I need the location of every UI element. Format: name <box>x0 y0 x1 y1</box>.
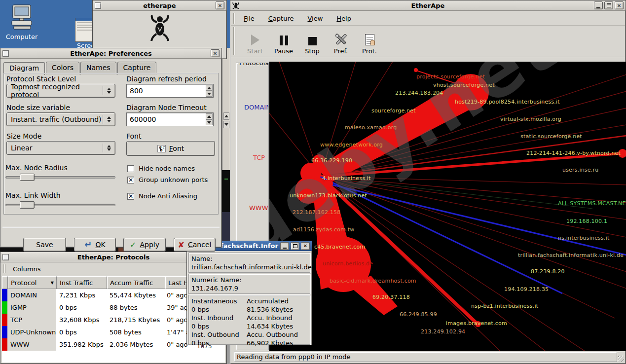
node-label[interactable]: ad1156.zydas.com.tw <box>293 226 355 233</box>
node-size-variable-select[interactable]: Instant. traffic (Outbound) <box>6 112 115 126</box>
name-label: Name: <box>191 255 307 263</box>
color-column-header[interactable] <box>2 276 8 289</box>
node-label[interactable]: 66.249.85.99 <box>400 311 437 318</box>
node-label[interactable]: 212.187.162.158 <box>293 209 340 216</box>
spin-up-icon[interactable] <box>206 85 213 91</box>
start-icon <box>251 35 259 45</box>
preferences-button[interactable]: Pref. <box>328 27 354 57</box>
refresh-period-input[interactable]: 800 <box>126 84 214 98</box>
protocol-name: TCP <box>7 314 56 326</box>
ape-window-icon <box>232 2 239 9</box>
node-label[interactable]: www.edgenetwork.org <box>320 142 383 148</box>
node-label[interactable]: c45.bravenet.com <box>314 244 365 250</box>
accum-traffic-value: 2,036 Mbytes <box>107 338 165 351</box>
node-label[interactable]: nsp-bz1.interbusiness.it <box>471 303 538 309</box>
node-label[interactable]: 213.249.102.94 <box>421 328 465 335</box>
node-timeout-input[interactable]: 600000 <box>126 112 214 126</box>
size-mode-select[interactable]: Linear <box>6 141 115 155</box>
hide-node-names-checkbox[interactable] <box>127 165 134 172</box>
font-button[interactable]: acb Font <box>126 141 215 156</box>
node-label[interactable]: ALL-SYSTEMS.MCAST.NET <box>558 200 626 207</box>
screenshot-thumbnail[interactable] <box>75 18 94 42</box>
name-value: trillian.fachschaft.informatik.uni-kl.de <box>191 263 307 271</box>
node-label[interactable]: 69.20.37.118 <box>372 294 410 300</box>
node-label[interactable]: 4.interbusiness.it <box>322 175 371 182</box>
spin-down-icon[interactable] <box>206 119 213 125</box>
protocol-stack-level-select[interactable]: Topmost recognized protocol <box>6 84 115 98</box>
node-label[interactable]: unknown173.blacklotus.net <box>290 192 367 199</box>
slider-handle[interactable] <box>20 174 35 181</box>
max-link-width-slider[interactable] <box>5 204 115 206</box>
chevron-updown-icon <box>103 115 111 124</box>
main-titlebar[interactable]: EtherApe ✕ <box>230 0 626 11</box>
pause-button[interactable]: Pause <box>270 27 297 57</box>
node-anti-aliasing-checkbox[interactable]: ✕ <box>127 193 134 200</box>
preferences-dialog: EtherApe: Preferences ✕ Diagram Colors N… <box>0 48 222 248</box>
menubar-grip[interactable] <box>233 13 235 24</box>
node-label[interactable]: virtual-sfx.mozilla.org <box>500 116 561 122</box>
menu-file[interactable]: File <box>244 15 255 22</box>
inst-traffic-value: 0 bps <box>56 326 107 338</box>
spin-up-icon[interactable] <box>206 113 213 119</box>
menu-columns[interactable]: Columns <box>13 265 41 273</box>
maximize-icon[interactable] <box>291 242 299 250</box>
node-anti-aliasing-option[interactable]: ✕ Node Anti Aliasing <box>127 192 197 200</box>
preferences-titlebar[interactable]: EtherApe: Preferences ✕ <box>0 48 221 59</box>
max-node-radius-slider[interactable] <box>5 176 115 179</box>
node-label[interactable]: unicorn.berlios.de <box>323 260 373 267</box>
node-label[interactable]: ns.interbusiness.it <box>558 235 609 241</box>
close-icon[interactable]: ✕ <box>216 1 224 9</box>
menu-capture[interactable]: Capture <box>268 15 294 22</box>
column-accum-traffic[interactable]: Accum Traffic <box>107 276 165 289</box>
node-label[interactable]: 192.168.100.1 <box>566 218 607 224</box>
mini-window-titlebar[interactable]: etherape ✕ <box>93 0 226 11</box>
group-unknown-ports-checkbox[interactable]: ✕ <box>127 177 134 183</box>
start-button[interactable]: Start <box>242 27 268 57</box>
stop-button[interactable]: Stop <box>299 27 326 57</box>
node-label[interactable]: sourceforge.net <box>371 108 416 114</box>
node-label[interactable]: static.sourceforge.net <box>520 133 582 140</box>
slider-handle[interactable] <box>20 201 35 209</box>
node-label[interactable]: images.bravenet.com <box>446 320 507 327</box>
desktop-icon-computer[interactable]: Computer <box>4 4 39 40</box>
column-inst-traffic[interactable]: Inst Traffic <box>57 276 107 289</box>
node-label[interactable]: maleso.xamad.org <box>345 124 397 131</box>
node-label[interactable]: 213.244.183.204 <box>395 90 443 96</box>
node-label[interactable]: projects.sourceforge.net <box>416 73 485 80</box>
accum-header: Accumulated <box>247 297 307 305</box>
menu-view[interactable]: View <box>307 15 323 22</box>
column-protocol[interactable]: Protocol▼ <box>8 276 57 289</box>
inst-traffic-value: 7,231 Kbps <box>56 289 107 301</box>
node-label[interactable]: 66.36.229.190 <box>311 157 352 164</box>
group-unknown-ports-option[interactable]: ✕ Group unknown ports <box>127 176 208 183</box>
node-label[interactable]: 194.109.218.35 <box>504 286 549 292</box>
network-canvas[interactable]: deby.net projects.sourceforge.netvhost.s… <box>269 62 626 351</box>
node-label[interactable]: 87.239.8.20 <box>531 268 565 275</box>
node-label[interactable]: users.inse.ru <box>562 167 598 173</box>
protocols-button[interactable]: Prot. <box>356 27 383 57</box>
maximize-icon[interactable] <box>604 1 613 9</box>
close-icon[interactable]: ✕ <box>615 1 624 9</box>
resize-grip[interactable] <box>618 356 624 362</box>
node-label[interactable]: host219-89.pool8254.interbusiness.it <box>455 99 560 105</box>
menu-help[interactable]: Help <box>336 15 351 22</box>
node-label[interactable]: 212-214-141-246.v-by.wtnord.net <box>526 150 621 156</box>
menubar-grip[interactable] <box>3 264 5 273</box>
protocol-color-swatch <box>2 289 7 301</box>
node-label[interactable]: vhost.sourceforge.net <box>433 82 495 88</box>
accum-traffic-value: 508 bytes <box>107 326 165 338</box>
accum-outbound-label: Accu. Outbound <box>247 330 307 339</box>
hide-node-names-option[interactable]: Hide node names <box>127 165 195 172</box>
cancel-button[interactable]: ✘Cancel <box>174 238 216 252</box>
minimize-icon[interactable] <box>280 242 289 250</box>
apply-button[interactable]: ✓Apply <box>123 238 166 252</box>
close-icon[interactable]: ✕ <box>211 49 220 57</box>
spin-down-icon[interactable] <box>206 91 213 97</box>
save-button[interactable]: Save <box>23 238 66 252</box>
toolbar-grip[interactable] <box>233 27 235 55</box>
minimize-icon[interactable] <box>594 1 603 9</box>
node-label[interactable]: basic-cid.mark.dreamhost.com <box>330 278 416 284</box>
node-label[interactable]: trillian.fachschaft.informatik.uni-kl.de <box>518 252 624 258</box>
close-icon[interactable]: ✕ <box>301 242 310 250</box>
ok-button[interactable]: ↵OK <box>74 238 116 252</box>
